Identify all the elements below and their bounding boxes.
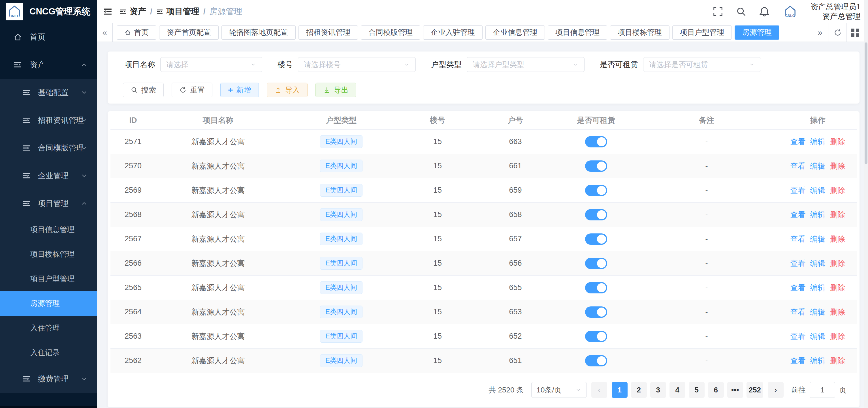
- view-link[interactable]: 查看: [790, 234, 806, 244]
- edit-link[interactable]: 编辑: [810, 283, 826, 293]
- tab-enterprise-info[interactable]: 企业信息管理: [486, 26, 545, 40]
- tab-project-unit-type[interactable]: 项目户型管理: [672, 26, 732, 40]
- search-button[interactable]: 搜索: [123, 82, 164, 97]
- edit-link[interactable]: 编辑: [810, 331, 826, 341]
- prev-page-button[interactable]: ‹: [591, 382, 607, 398]
- page-button[interactable]: •••: [727, 382, 743, 398]
- user-menu[interactable]: 资产总管理员1 资产总管理: [810, 2, 861, 21]
- sidebar-item-checkin-record[interactable]: 入住记录: [0, 340, 97, 365]
- page-size-select[interactable]: 10条/页: [531, 382, 587, 398]
- sidebar-item-project-info[interactable]: 项目信息管理: [0, 217, 97, 242]
- view-link[interactable]: 查看: [790, 356, 806, 366]
- breadcrumb-item-project-mgmt[interactable]: 项目管理: [156, 6, 199, 17]
- tab-contract-template[interactable]: 合同模版管理: [361, 26, 420, 40]
- delete-link[interactable]: 删除: [830, 185, 845, 196]
- reset-button[interactable]: 重置: [172, 82, 212, 97]
- view-link[interactable]: 查看: [790, 185, 806, 196]
- sidebar-item-project-mgmt[interactable]: 项目管理: [0, 190, 97, 217]
- view-link[interactable]: 查看: [790, 137, 806, 147]
- edit-link[interactable]: 编辑: [810, 161, 826, 171]
- view-link[interactable]: 查看: [790, 331, 806, 341]
- sidebar-item-home[interactable]: 首页: [0, 23, 97, 51]
- breadcrumb-item-asset[interactable]: 资产: [120, 6, 146, 17]
- export-button[interactable]: 导出: [315, 82, 356, 97]
- delete-link[interactable]: 删除: [830, 210, 845, 220]
- tab-enterprise-entry[interactable]: 企业入驻管理: [423, 26, 483, 40]
- edit-link[interactable]: 编辑: [810, 234, 826, 244]
- import-button[interactable]: 导入: [267, 82, 308, 97]
- edit-link[interactable]: 编辑: [810, 210, 826, 220]
- sidebar-item-enterprise[interactable]: 企业管理: [0, 162, 97, 190]
- tab-project-building[interactable]: 项目楼栋管理: [610, 26, 670, 40]
- tab-options-button[interactable]: [846, 23, 864, 42]
- page-button[interactable]: 252: [746, 382, 763, 398]
- goto-page-input[interactable]: [810, 382, 835, 398]
- tabs-scroll-right-button[interactable]: »: [811, 23, 829, 42]
- page-button[interactable]: 1: [612, 382, 627, 398]
- delete-link[interactable]: 删除: [830, 331, 845, 341]
- rentable-toggle[interactable]: [585, 282, 607, 294]
- search-icon[interactable]: [736, 6, 746, 17]
- page-button[interactable]: 4: [670, 382, 685, 398]
- rentable-toggle[interactable]: [585, 136, 607, 147]
- edit-link[interactable]: 编辑: [810, 137, 826, 147]
- page-button[interactable]: 6: [708, 382, 724, 398]
- sidebar-item-base-config[interactable]: 基础配置: [0, 79, 97, 106]
- view-link[interactable]: 查看: [790, 283, 806, 293]
- add-button[interactable]: + 新增: [220, 82, 259, 97]
- fullscreen-icon[interactable]: [713, 6, 723, 17]
- sidebar-item-rental-news[interactable]: 招租资讯管理: [0, 106, 97, 134]
- view-link[interactable]: 查看: [790, 161, 806, 171]
- sidebar-item-project-unit-type[interactable]: 项目户型管理: [0, 267, 97, 291]
- scrollbar-thumb[interactable]: [865, 42, 867, 164]
- page-button[interactable]: 5: [689, 382, 705, 398]
- rentable-toggle[interactable]: [585, 185, 607, 196]
- rentable-toggle[interactable]: [585, 258, 607, 269]
- view-link[interactable]: 查看: [790, 258, 806, 269]
- sidebar-item-asset[interactable]: 资产: [0, 51, 97, 79]
- rentable-select[interactable]: 请选择是否可租赁: [643, 57, 761, 72]
- rentable-toggle[interactable]: [585, 331, 607, 342]
- delete-link[interactable]: 删除: [830, 258, 845, 269]
- tab-housing-mgmt[interactable]: 房源管理: [735, 26, 779, 40]
- sidebar-item-checkin-mgmt[interactable]: 入住管理: [0, 316, 97, 340]
- refresh-tab-button[interactable]: [829, 23, 846, 42]
- next-page-button[interactable]: ›: [768, 382, 784, 398]
- delete-link[interactable]: 删除: [830, 283, 845, 293]
- rentable-toggle[interactable]: [585, 233, 607, 245]
- page-button[interactable]: 3: [650, 382, 666, 398]
- edit-link[interactable]: 编辑: [810, 307, 826, 317]
- view-link[interactable]: 查看: [790, 307, 806, 317]
- notification-bell-icon[interactable]: [759, 6, 770, 17]
- project-name-select[interactable]: 请选择: [160, 57, 262, 72]
- rentable-toggle[interactable]: [585, 209, 607, 220]
- tab-rental-news[interactable]: 招租资讯管理: [299, 26, 358, 40]
- sidebar-fold-button[interactable]: [97, 0, 118, 23]
- sidebar-item-contract-template[interactable]: 合同模版管理: [0, 134, 97, 162]
- delete-link[interactable]: 删除: [830, 161, 845, 171]
- view-link[interactable]: 查看: [790, 210, 806, 220]
- edit-link[interactable]: 编辑: [810, 356, 826, 366]
- rentable-toggle[interactable]: [585, 355, 607, 366]
- building-select[interactable]: 请选择楼号: [298, 57, 416, 72]
- edit-link[interactable]: 编辑: [810, 185, 826, 196]
- tab-project-info[interactable]: 项目信息管理: [548, 26, 607, 40]
- tabs-scroll-left-button[interactable]: «: [97, 23, 113, 42]
- rentable-toggle[interactable]: [585, 306, 607, 318]
- delete-link[interactable]: 删除: [830, 307, 845, 317]
- tab-asset-home-config[interactable]: 资产首页配置: [159, 26, 219, 40]
- delete-link[interactable]: 删除: [830, 234, 845, 244]
- edit-link[interactable]: 编辑: [810, 258, 826, 269]
- delete-link[interactable]: 删除: [830, 137, 845, 147]
- page-button[interactable]: 2: [631, 382, 647, 398]
- sidebar-item-project-building[interactable]: 项目楼栋管理: [0, 242, 97, 267]
- user-avatar[interactable]: CNLG: [782, 4, 798, 20]
- tab-carousel-landing[interactable]: 轮播图落地页配置: [221, 26, 296, 40]
- tab-home[interactable]: 首页: [117, 26, 156, 40]
- sidebar-item-payment-mgmt[interactable]: 缴费管理: [0, 365, 97, 393]
- rentable-toggle[interactable]: [585, 161, 607, 172]
- delete-link[interactable]: 删除: [830, 356, 845, 366]
- unit-type-select[interactable]: 请选择户型类型: [467, 57, 585, 72]
- sidebar-item-housing-mgmt[interactable]: 房源管理: [0, 291, 97, 316]
- vertical-scrollbar[interactable]: [864, 0, 868, 408]
